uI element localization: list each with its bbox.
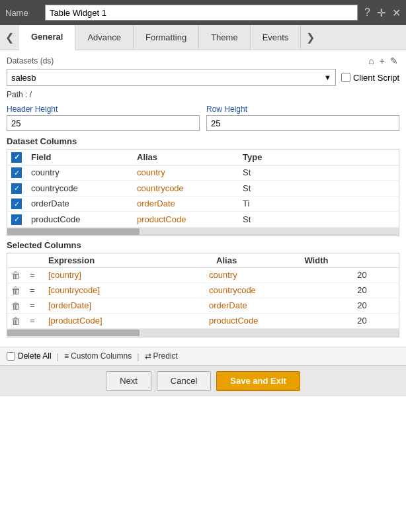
- datasets-add-icon[interactable]: +: [378, 56, 386, 66]
- delete-all-label: Delete All: [7, 351, 52, 361]
- col-header-type: Type: [239, 150, 399, 165]
- dataset-columns-data: country country St countrycode countryco…: [7, 165, 399, 228]
- table-row: 🗑 = [orderDate] orderDate 20: [7, 298, 399, 313]
- datasets-selected: salesb: [11, 73, 36, 83]
- tab-left-arrow[interactable]: ❮: [0, 25, 19, 50]
- sel-col-header-alias: Alias: [212, 253, 300, 268]
- footer: Next Cancel Save and Exit: [0, 365, 406, 396]
- help-icon[interactable]: ?: [364, 7, 370, 19]
- action-bar: Delete All | ≡ Custom Columns | ⇄ Predic…: [0, 347, 406, 365]
- delete-row-icon[interactable]: 🗑: [11, 270, 20, 281]
- table-row: 🗑 = [country] country 20: [7, 268, 399, 283]
- width-cell: 20: [353, 313, 399, 328]
- dataset-columns-scroll[interactable]: country country St countrycode countryco…: [7, 165, 399, 228]
- tab-advance[interactable]: Advance: [75, 25, 134, 50]
- tab-general[interactable]: General: [19, 25, 75, 50]
- sel-col-header-eq: [26, 253, 44, 268]
- datasets-home-icon[interactable]: ⌂: [367, 56, 375, 66]
- delete-row-icon[interactable]: 🗑: [11, 285, 20, 296]
- row-checkbox[interactable]: [11, 199, 22, 209]
- predict-label: Predict: [153, 351, 178, 361]
- field-cell: orderDate: [27, 196, 133, 212]
- sel-col-header-width: Width: [300, 253, 399, 268]
- table-row: country country St: [7, 165, 399, 181]
- width-cell: 20: [353, 298, 399, 313]
- eq-icon: =: [30, 285, 35, 295]
- move-icon[interactable]: ✛: [377, 7, 386, 19]
- sel-col-header-del: [7, 253, 26, 268]
- datasets-section-label: Datasets (ds) ⌂ + ✎: [7, 56, 399, 66]
- delete-all-checkbox[interactable]: [7, 352, 15, 361]
- alias-cell: productCode: [133, 212, 239, 228]
- selected-columns-title: Selected Columns: [7, 240, 399, 250]
- next-button[interactable]: Next: [106, 371, 151, 391]
- main-body: Datasets (ds) ⌂ + ✎ salesb ▼ Client Scri…: [0, 50, 406, 347]
- datasets-label: Datasets (ds): [7, 56, 54, 66]
- header-height-input[interactable]: [7, 115, 200, 131]
- save-exit-button[interactable]: Save and Exit: [216, 371, 300, 391]
- client-script-checkbox[interactable]: [341, 73, 350, 82]
- datasets-edit-icon[interactable]: ✎: [389, 56, 399, 66]
- dataset-columns-title: Dataset Columns: [7, 136, 399, 146]
- selected-h-scrollbar[interactable]: [7, 329, 399, 337]
- type-cell: St: [239, 212, 399, 228]
- expression-cell: [productCode]: [44, 313, 205, 328]
- field-cell: country: [27, 165, 133, 181]
- sep2: |: [137, 351, 139, 361]
- dataset-columns-section: Dataset Columns Field Alias Type: [7, 136, 399, 236]
- row-checkbox[interactable]: [11, 214, 22, 225]
- header-height-group: Header Height: [7, 105, 200, 131]
- header-checkbox[interactable]: [11, 152, 22, 163]
- widget-title-input[interactable]: [45, 5, 358, 21]
- datasets-icons: ⌂ + ✎: [367, 56, 399, 66]
- dataset-h-scrollbar[interactable]: [7, 228, 399, 236]
- delete-all-text: Delete All: [18, 351, 52, 361]
- header-height-label: Header Height: [7, 105, 200, 114]
- datasets-dropdown-row: salesb ▼ Client Script: [7, 69, 399, 86]
- delete-row-icon[interactable]: 🗑: [11, 316, 20, 326]
- selected-columns-data: 🗑 = [country] country 20 🗑 = [countrycod…: [7, 268, 399, 329]
- close-icon[interactable]: ✕: [392, 7, 401, 19]
- dataset-h-thumb: [7, 228, 140, 235]
- path-row: Path : /: [7, 90, 399, 99]
- alias-cell: countrycode: [133, 181, 239, 197]
- col-header-alias: Alias: [133, 150, 239, 165]
- table-row: countrycode countrycode St: [7, 181, 399, 197]
- custom-columns-label: Custom Columns: [71, 351, 132, 361]
- row-height-input[interactable]: [206, 115, 399, 131]
- selected-columns-scroll[interactable]: 🗑 = [country] country 20 🗑 = [countrycod…: [7, 268, 399, 329]
- tab-formatting[interactable]: Formatting: [134, 25, 199, 50]
- client-script-label: Client Script: [341, 73, 399, 83]
- path-label: Path :: [7, 90, 27, 99]
- sel-alias-cell: country: [205, 268, 353, 283]
- name-label: Name: [5, 8, 38, 18]
- row-checkbox[interactable]: [11, 167, 22, 178]
- eq-icon: =: [30, 300, 35, 310]
- tab-events[interactable]: Events: [251, 25, 302, 50]
- header: Name ? ✛ ✕: [0, 0, 406, 25]
- datasets-dropdown[interactable]: salesb ▼: [7, 69, 336, 86]
- tab-right-arrow[interactable]: ❯: [301, 25, 320, 50]
- sel-alias-cell: orderDate: [205, 298, 353, 313]
- selected-columns-container: Expression Alias Width 🗑 = [country] cou…: [7, 253, 399, 337]
- path-value: /: [30, 90, 32, 99]
- table-row: 🗑 = [productCode] productCode 20: [7, 313, 399, 328]
- row-checkbox[interactable]: [11, 183, 22, 194]
- delete-row-icon[interactable]: 🗑: [11, 300, 20, 311]
- field-cell: productCode: [27, 212, 133, 228]
- predict-button[interactable]: ⇄ Predict: [145, 351, 178, 361]
- table-row: 🗑 = [countrycode] countrycode 20: [7, 283, 399, 298]
- dataset-columns-container: Field Alias Type country country St coun…: [7, 149, 399, 236]
- cancel-button[interactable]: Cancel: [157, 371, 211, 391]
- tab-theme[interactable]: Theme: [199, 25, 250, 50]
- custom-columns-button[interactable]: ≡ Custom Columns: [64, 351, 132, 361]
- dataset-columns-table: Field Alias Type: [7, 150, 399, 165]
- expression-cell: [orderDate]: [44, 298, 205, 313]
- type-cell: Ti: [239, 196, 399, 212]
- sel-alias-cell: productCode: [205, 313, 353, 328]
- eq-icon: =: [30, 316, 35, 326]
- dropdown-arrow-icon: ▼: [324, 73, 331, 81]
- col-header-field: Field: [27, 150, 133, 165]
- tab-bar: ❮ General Advance Formatting Theme Event…: [0, 25, 406, 50]
- selected-columns-header: Expression Alias Width: [7, 253, 399, 268]
